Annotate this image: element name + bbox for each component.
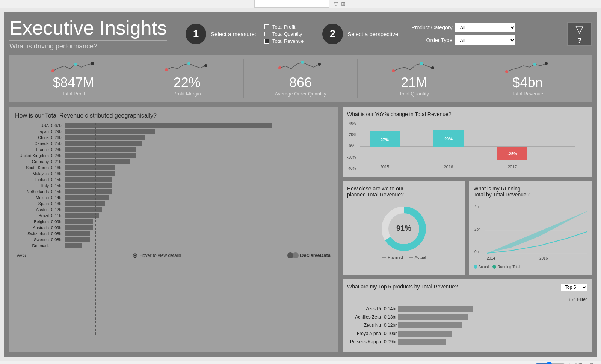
- hover-hint-text: Hover to view details: [139, 253, 181, 258]
- product-row-perseus-kappa: Perseus Kappa 0.09bn: [347, 339, 587, 345]
- yoy-chart-panel: What is our YoY% change in Total Revenue…: [343, 107, 592, 177]
- measure-total-profit[interactable]: Total Profit: [264, 24, 304, 30]
- measure-label-quantity: Total Quantity: [272, 31, 302, 37]
- value-usa: 0.67bn: [51, 123, 65, 128]
- svg-point-16: [293, 252, 299, 258]
- svg-point-14: [545, 62, 548, 65]
- bar-finland: [65, 177, 112, 182]
- measure-label-revenue: Total Revenue: [272, 38, 304, 44]
- value-brazil: 0.11bn: [51, 213, 65, 218]
- step2-area: 2 Select a perspective:: [322, 24, 400, 44]
- product-category-dropdown[interactable]: All Electronics Clothing: [455, 23, 515, 32]
- donut-legend: Planned Actual: [382, 255, 426, 260]
- svg-text:2bn: 2bn: [474, 227, 481, 231]
- value-sweden: 0.08bn: [51, 237, 65, 242]
- kpi-value-total-revenue: $4bn: [512, 75, 542, 90]
- svg-text:0bn: 0bn: [474, 250, 481, 254]
- order-type-dropdown[interactable]: All Online Retail: [455, 35, 515, 45]
- plus-circle-icon: ⊕: [132, 251, 138, 260]
- country-malaysia: Malaysia: [15, 171, 49, 176]
- measure-total-quantity[interactable]: Total Quantity: [264, 31, 304, 37]
- country-switzerland: Switzerland: [15, 231, 49, 236]
- product-value-achilles-zeta: 0.13bn: [384, 314, 398, 320]
- fit-icon[interactable]: ⊞: [589, 362, 593, 364]
- decisive-data-logo: DecisiveData: [287, 252, 331, 259]
- title-area: Executive Insights What is driving perfo…: [9, 17, 167, 50]
- bar-row-finland: Finland 0.15bn: [15, 177, 332, 182]
- checkbox-total-quantity[interactable]: [264, 32, 269, 36]
- running-chart-title: What is my Running Total by Total Revenu…: [474, 186, 587, 198]
- product-row-freya-alpha: Freya Alpha 0.10bn: [347, 331, 587, 337]
- svg-text:91%: 91%: [396, 224, 411, 232]
- right-panel: What is our YoY% change in Total Revenue…: [343, 107, 592, 352]
- country-germany: Germany: [15, 159, 49, 164]
- product-name-achilles-zeta: Achilles Zeta: [347, 314, 381, 320]
- page-title: Executive Insights: [9, 17, 167, 39]
- donut-container: 91%: [379, 204, 428, 253]
- measure-options: Total Profit Total Quantity Total Revenu…: [264, 24, 304, 44]
- content-row: How is our Total Revenue distributed geo…: [9, 107, 592, 352]
- bar-uk: [65, 153, 136, 158]
- bar-row-brazil: Brazil 0.11bn: [15, 213, 332, 218]
- svg-point-7: [301, 61, 304, 64]
- value-spain: 0.13bn: [51, 201, 65, 206]
- value-australia: 0.09bn: [51, 225, 65, 230]
- sparkline-avg-order-qty: [248, 60, 353, 74]
- bar-canada: [65, 141, 142, 146]
- hover-hint: ⊕ Hover to view details: [132, 251, 181, 260]
- help-icon: ?: [577, 37, 581, 45]
- filter-icon-box[interactable]: ▽ ?: [567, 22, 592, 46]
- country-china: China: [15, 135, 49, 140]
- search-input[interactable]: [254, 0, 329, 8]
- bar-row-uk: United Kingdom 0.23bn: [15, 153, 332, 158]
- measure-total-revenue[interactable]: Total Revenue: [264, 38, 304, 44]
- legend-actual-running: Actual: [474, 265, 489, 269]
- expand-icon[interactable]: ⊞: [341, 1, 346, 7]
- running-svg: 4bn 2bn 0bn: [474, 202, 587, 263]
- product-bar-freya-alpha: [398, 331, 452, 337]
- svg-point-8: [318, 63, 321, 66]
- zoom-slider[interactable]: [535, 362, 565, 364]
- bar-china: [65, 135, 145, 140]
- logo-text: DecisiveData: [300, 252, 331, 258]
- bar-japan: [65, 129, 155, 134]
- product-row-achilles-zeta: Achilles Zeta 0.13bn: [347, 314, 587, 320]
- measure-label-profit: Total Profit: [272, 24, 295, 30]
- svg-point-12: [505, 70, 508, 73]
- country-belgium: Belgium: [15, 219, 49, 224]
- bar-row-netherlands: Netherlands 0.15bn: [15, 189, 332, 194]
- value-china: 0.26bn: [51, 135, 65, 140]
- geo-chart-panel: How is our Total Revenue distributed geo…: [9, 107, 338, 352]
- sparkline-total-revenue: [475, 60, 580, 74]
- product-name-freya-alpha: Freya Alpha: [347, 331, 381, 336]
- chart-footer: AVG ⊕ Hover to view details DecisiveData: [15, 251, 332, 260]
- order-type-row: Order Type All Online Retail: [407, 35, 515, 45]
- actual-legend-label: Actual: [415, 255, 426, 260]
- svg-text:4bn: 4bn: [474, 205, 481, 209]
- country-uk: United Kingdom: [15, 153, 49, 158]
- product-bar-zeus-nu: [398, 322, 462, 328]
- value-austria: 0.12bn: [51, 207, 65, 212]
- zoom-minus[interactable]: −: [529, 361, 532, 364]
- filter-button[interactable]: ☞ Filter: [569, 295, 587, 304]
- value-finland: 0.15bn: [51, 177, 65, 182]
- svg-text:-40%: -40%: [347, 166, 356, 171]
- svg-point-1: [74, 63, 77, 66]
- checkbox-total-profit[interactable]: [264, 24, 269, 29]
- running-legend: Actual Running Total: [474, 265, 587, 269]
- filter-icon[interactable]: ▽: [334, 1, 338, 7]
- product-value-freya-alpha: 0.10bn: [384, 331, 398, 336]
- top-n-dropdown[interactable]: Top 5 Top 10: [561, 284, 587, 291]
- filter-btn-label: Filter: [577, 297, 587, 302]
- checkbox-total-revenue[interactable]: [264, 39, 269, 44]
- zoom-plus[interactable]: +: [568, 361, 572, 364]
- product-category-label: Product Category: [407, 24, 452, 30]
- planned-title-text2: planned Total Revenue?: [347, 192, 404, 198]
- running-chart-panel: What is my Running Total by Total Revenu…: [469, 181, 592, 275]
- product-name-zeus-pi: Zeus Pi: [347, 306, 381, 311]
- order-type-label: Order Type: [407, 37, 452, 43]
- svg-text:27%: 27%: [381, 137, 389, 142]
- legend-running-total: Running Total: [492, 265, 520, 269]
- value-belgium: 0.09bn: [51, 219, 65, 224]
- dashboard: Executive Insights What is driving perfo…: [4, 12, 597, 357]
